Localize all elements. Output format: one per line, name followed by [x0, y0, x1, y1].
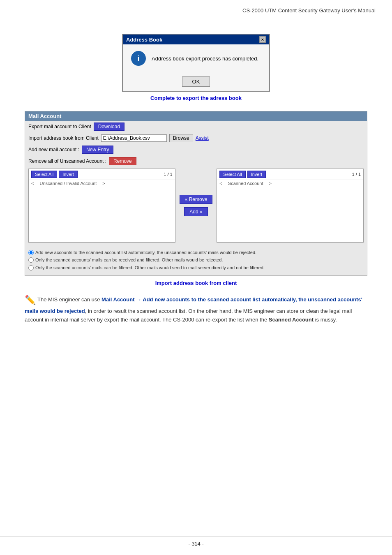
dialog-message: Address book export process has complete…: [152, 56, 258, 62]
unscanned-list-label: <--- Unscanned / Invalid Account --->: [29, 180, 175, 187]
assist-button[interactable]: Assist: [196, 135, 209, 141]
export-row: Export mail account to Client Download: [25, 121, 367, 132]
accounts-wrapper: Select All Invert 1 / 1 <--- Unscanned /…: [28, 169, 364, 243]
info-icon: i: [131, 51, 146, 66]
radio-option-1[interactable]: [28, 250, 34, 255]
unscanned-select-all-button[interactable]: Select All: [31, 171, 57, 178]
bottom-text: ✏️The MIS engineer can use Mail Account …: [25, 293, 367, 324]
unscanned-header: Select All Invert 1 / 1: [29, 169, 175, 180]
scanned-count: 1 / 1: [352, 172, 361, 177]
unscanned-column: Select All Invert 1 / 1 <--- Unscanned /…: [28, 169, 175, 243]
radio-option-3[interactable]: [28, 265, 34, 271]
scanned-invert-button[interactable]: Invert: [247, 171, 266, 178]
dialog-close-button[interactable]: ×: [259, 36, 266, 43]
add-account-row: Add new mail account : New Entry: [25, 144, 367, 155]
radio-options: Add new accounts to the scanned account …: [25, 246, 367, 275]
unscanned-header-buttons: Select All Invert: [31, 171, 78, 178]
radio-label-3: Only the scanned accounts' mails can be …: [35, 265, 265, 271]
scanned-list-content: [217, 187, 363, 237]
download-button[interactable]: Download: [94, 123, 125, 131]
header-title: CS-2000 UTM Content Security Gateway Use…: [242, 7, 376, 14]
bottom-end: is mussy.: [314, 317, 337, 323]
radio-row-2: Only the scanned accounts' mails can be …: [28, 257, 364, 263]
dialog-body: i Address book export process has comple…: [123, 44, 269, 72]
file-input[interactable]: [101, 134, 167, 142]
scanned-column: Select All Invert 1 / 1 <--- Scanned Acc…: [217, 169, 364, 243]
unscanned-list-content: [29, 187, 175, 237]
address-book-dialog: Address Book × i Address book export pro…: [122, 34, 270, 92]
dialog-title: Address Book: [126, 37, 162, 43]
new-entry-button[interactable]: New Entry: [82, 146, 113, 154]
scanned-header: Select All Invert 1 / 1: [217, 169, 363, 180]
radio-row-3: Only the scanned accounts' mails can be …: [28, 265, 364, 271]
page-header: CS-2000 UTM Content Security Gateway Use…: [0, 0, 392, 17]
dialog-caption: Complete to export the adress book: [150, 95, 242, 101]
remove-button[interactable]: Remove: [109, 157, 136, 165]
radio-label-2: Only the scanned accounts' mails can be …: [35, 257, 223, 263]
scanned-header-buttons: Select All Invert: [219, 171, 266, 178]
import-caption: Import address book from client: [25, 280, 367, 286]
remove-all-label: Remove all of Unscanned Account :: [28, 158, 106, 164]
scanned-select-all-button[interactable]: Select All: [219, 171, 245, 178]
unscanned-count: 1 / 1: [164, 172, 172, 177]
page-content: Address Book × i Address book export pro…: [0, 17, 392, 341]
dialog-ok-button[interactable]: OK: [182, 76, 210, 87]
export-label: Export mail account to Client: [28, 124, 91, 130]
dialog-footer: OK: [123, 72, 269, 91]
mail-account-title: Mail Account: [25, 111, 367, 121]
bottom-intro: The MIS engineer can use: [37, 296, 101, 303]
dialog-container: Address Book × i Address book export pro…: [25, 34, 367, 101]
remove-all-row: Remove all of Unscanned Account : Remove: [25, 155, 367, 167]
pencil-icon: ✏️: [25, 295, 36, 305]
unscanned-invert-button[interactable]: Invert: [59, 171, 78, 178]
mail-account-panel: Mail Account Export mail account to Clie…: [25, 111, 367, 276]
page-footer: - 314 -: [0, 536, 392, 551]
import-label: Import address book from Client: [28, 135, 99, 141]
add-arrow-button[interactable]: Add »: [184, 207, 208, 216]
radio-label-1: Add new accounts to the scanned account …: [35, 250, 256, 255]
page-number: - 314 -: [188, 541, 204, 547]
radio-row-1: Add new accounts to the scanned account …: [28, 250, 364, 255]
radio-option-2[interactable]: [28, 257, 34, 263]
add-label: Add new mail account :: [28, 147, 79, 153]
dialog-titlebar: Address Book ×: [123, 35, 269, 44]
import-row: Import address book from Client Browse A…: [25, 132, 367, 144]
scanned-list-label: <--- Scanned Account --->: [217, 180, 363, 187]
middle-buttons: « Remove Add »: [175, 169, 217, 243]
browse-button[interactable]: Browse: [169, 134, 193, 142]
bottom-paragraph: ✏️The MIS engineer can use Mail Account …: [25, 293, 367, 324]
remove-arrow-button[interactable]: « Remove: [180, 195, 213, 204]
bottom-bold2: Scanned Account: [269, 317, 314, 323]
